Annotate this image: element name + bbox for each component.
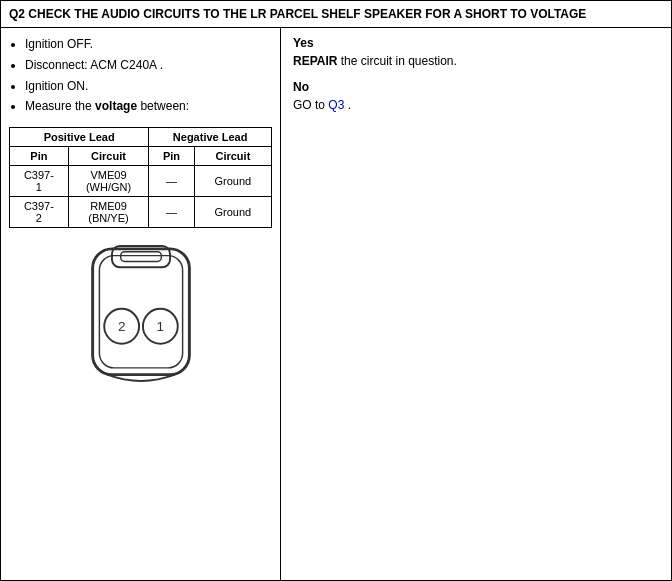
right-panel: Yes REPAIR the circuit in question. No G… <box>281 28 671 580</box>
svg-text:2: 2 <box>117 319 125 334</box>
bold-voltage: voltage <box>95 99 137 113</box>
no-label: No <box>293 80 659 94</box>
row1-pos-pin: C397-1 <box>10 166 69 197</box>
row2-pos-pin: C397-2 <box>10 197 69 228</box>
negative-lead-header: Negative Lead <box>149 128 272 147</box>
instruction-item-3: Ignition ON. <box>25 78 272 95</box>
col-pos-circuit: Circuit <box>68 147 149 166</box>
row1-neg-pin: — <box>149 166 194 197</box>
page-header: Q2 CHECK THE AUDIO CIRCUITS TO THE LR PA… <box>1 1 671 28</box>
table-row: C397-1 VME09(WH/GN) — Ground <box>10 166 272 197</box>
instruction-item-2: Disconnect: ACM C240A . <box>25 57 272 74</box>
repair-text: REPAIR the circuit in question. <box>293 54 457 68</box>
row2-neg-circuit: Ground <box>194 197 271 228</box>
left-panel: Ignition OFF. Disconnect: ACM C240A . Ig… <box>1 28 281 580</box>
row1-pos-circuit: VME09(WH/GN) <box>68 166 149 197</box>
header-title: Q2 CHECK THE AUDIO CIRCUITS TO THE LR PA… <box>9 7 586 21</box>
col-neg-pin: Pin <box>149 147 194 166</box>
row2-pos-circuit: RME09(BN/YE) <box>68 197 149 228</box>
yes-text: REPAIR the circuit in question. <box>293 54 659 68</box>
table-subheader-row: Pin Circuit Pin Circuit <box>10 147 272 166</box>
instruction-item-1: Ignition OFF. <box>25 36 272 53</box>
instruction-item-4: Measure the voltage between: <box>25 98 272 115</box>
row2-neg-pin: — <box>149 197 194 228</box>
instruction-list: Ignition OFF. Disconnect: ACM C240A . Ig… <box>25 36 272 115</box>
no-text: GO to Q3 . <box>293 98 659 112</box>
no-suffix: . <box>344 98 351 112</box>
col-neg-circuit: Circuit <box>194 147 271 166</box>
row1-neg-circuit: Ground <box>194 166 271 197</box>
svg-text:1: 1 <box>156 319 164 334</box>
positive-lead-header: Positive Lead <box>10 128 149 147</box>
svg-rect-3 <box>120 252 161 262</box>
table-row: C397-2 RME09(BN/YE) — Ground <box>10 197 272 228</box>
connector-diagram: 2 1 <box>9 244 272 414</box>
measurement-table: Positive Lead Negative Lead Pin Circuit … <box>9 127 272 228</box>
connector-svg: 2 1 <box>76 244 206 394</box>
col-pos-pin: Pin <box>10 147 69 166</box>
go-to-text: GO to <box>293 98 328 112</box>
q3-link[interactable]: Q3 <box>328 98 344 112</box>
table-header-row: Positive Lead Negative Lead <box>10 128 272 147</box>
yes-label: Yes <box>293 36 659 50</box>
